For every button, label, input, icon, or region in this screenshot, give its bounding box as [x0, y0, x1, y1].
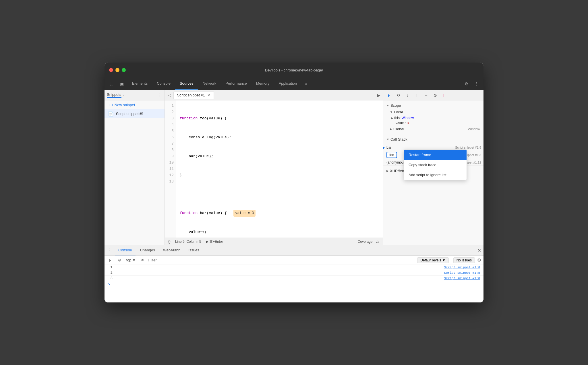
- console-row-1: 1 Script snippet #1:8: [105, 265, 483, 270]
- scope-triangle-icon: ▼: [386, 104, 389, 107]
- console-tab-issues[interactable]: Issues: [185, 245, 203, 255]
- cs-bar-location: Script snippet #1:9: [455, 146, 481, 149]
- call-stack-header[interactable]: ▼ Call Stack: [386, 136, 480, 143]
- more-tabs-icon[interactable]: »: [301, 79, 311, 88]
- console-loc-1[interactable]: Script snippet #1:8: [444, 266, 483, 269]
- settings-icon[interactable]: ⚙: [462, 79, 471, 88]
- this-expand-icon: ▶: [391, 117, 393, 120]
- context-menu-add-to-ignore-list[interactable]: Add script to ignore list: [404, 170, 467, 180]
- code-line-5: [180, 191, 379, 197]
- minimize-button[interactable]: [115, 68, 119, 72]
- step-into-btn[interactable]: ↓: [404, 91, 412, 99]
- new-snippet-button[interactable]: + + New snippet: [105, 100, 165, 109]
- new-snippet-label: + New snippet: [111, 103, 135, 107]
- eye-icon[interactable]: 👁: [139, 257, 146, 264]
- step-out-btn[interactable]: ↑: [413, 91, 421, 99]
- nav-tabs: Elements Console Sources Network Perform…: [127, 77, 461, 90]
- tab-memory[interactable]: Memory: [252, 77, 274, 90]
- coverage-status: Coverage: n/a: [358, 240, 379, 244]
- scope-label: Scope: [390, 103, 401, 108]
- snippet-item[interactable]: 📄 Script snippet #1: [105, 109, 165, 118]
- call-stack-foo[interactable]: foo Restart frame Copy stack trace Add s…: [383, 151, 483, 159]
- call-stack-section: ▼ Call Stack: [383, 134, 483, 144]
- local-label: Local: [394, 110, 403, 114]
- tab-application[interactable]: Application: [274, 77, 302, 90]
- console-tab-console[interactable]: Console: [115, 245, 136, 255]
- default-levels-button[interactable]: Default levels ▼: [417, 257, 448, 263]
- context-menu-restart-frame[interactable]: Restart frame: [404, 150, 467, 160]
- value-key: value: [396, 121, 404, 125]
- run-shortcut[interactable]: ▶ ⌘+Enter: [206, 240, 223, 244]
- call-stack-label: Call Stack: [390, 137, 407, 141]
- console-row-3: 3 Script snippet #1:8: [105, 276, 483, 281]
- top-nav: ⬚ ▣ Elements Console Sources Network Per…: [105, 77, 483, 90]
- nav-right-controls: ⚙ ⋮: [462, 79, 481, 88]
- tab-performance[interactable]: Performance: [221, 77, 251, 90]
- more-tabs-icon[interactable]: »: [123, 94, 124, 97]
- code-line-1: function foo(value) {: [180, 115, 379, 122]
- right-panel: ⏵ ↻ ↓ ↑ → ⊘ ⏸ ▼ Scope ▼ Local ▶: [383, 90, 483, 245]
- console-filter-input[interactable]: [148, 258, 415, 262]
- deactivate-breakpoints-btn[interactable]: ⊘: [431, 91, 439, 99]
- console-tab-changes[interactable]: Changes: [137, 245, 158, 255]
- console-num-1: 1: [105, 265, 116, 269]
- main-layout: Snippets » ⋮ + + New snippet 📄 Script sn…: [105, 90, 483, 245]
- console-tab-webauthn[interactable]: WebAuthn: [160, 245, 184, 255]
- code-line-2: console.log(value);: [180, 134, 379, 141]
- console-prompt[interactable]: >: [105, 281, 483, 288]
- tab-network[interactable]: Network: [198, 77, 221, 90]
- snippet-file-icon: 📄: [108, 111, 114, 117]
- console-options-icon[interactable]: ⋮: [107, 248, 111, 253]
- local-header[interactable]: ▼ Local: [386, 109, 480, 115]
- global-triangle-icon: ▶: [390, 127, 392, 131]
- cursor-icon[interactable]: ⬚: [107, 79, 116, 88]
- code-line-6: function bar(value) { value = 3: [180, 210, 379, 216]
- editor-nav-back-icon[interactable]: ◁: [167, 93, 172, 97]
- foo-frame-button[interactable]: foo: [386, 152, 397, 158]
- tab-elements[interactable]: Elements: [127, 77, 152, 90]
- global-header[interactable]: ▶ Global Window: [386, 126, 480, 132]
- this-key: this:: [394, 116, 401, 120]
- editor-tab-snippet[interactable]: Script snippet #1 ✕: [173, 91, 214, 99]
- more-options-icon[interactable]: ⋮: [472, 79, 481, 88]
- no-issues-button[interactable]: No Issues: [453, 257, 475, 263]
- scope-this-item[interactable]: ▶ this: Window: [386, 115, 480, 121]
- this-value: Window: [402, 116, 414, 120]
- maximize-button[interactable]: [122, 68, 126, 72]
- tab-console[interactable]: Console: [152, 77, 175, 90]
- editor-tab-close-icon[interactable]: ✕: [207, 93, 210, 97]
- run-snippet-icon[interactable]: ▶: [377, 93, 380, 98]
- block-icon[interactable]: ⊘: [116, 257, 123, 264]
- code-line-4: }: [180, 172, 379, 178]
- format-icon[interactable]: {}: [168, 240, 171, 244]
- console-loc-2[interactable]: Script snippet #1:8: [444, 271, 483, 275]
- tab-sources[interactable]: Sources: [175, 77, 198, 90]
- context-menu: Restart frame Copy stack trace Add scrip…: [404, 150, 467, 180]
- top-context-selector[interactable]: top ▼: [125, 258, 137, 262]
- console-close-icon[interactable]: ✕: [477, 248, 481, 253]
- sidebar-options-icon[interactable]: ⋮: [158, 92, 162, 98]
- local-triangle-icon: ▼: [390, 110, 393, 114]
- debugger-toolbar: ⏵ ↻ ↓ ↑ → ⊘ ⏸: [383, 90, 483, 100]
- pause-on-exceptions-btn[interactable]: ⏸: [440, 91, 448, 99]
- cs-bar-name: bar: [386, 145, 453, 150]
- scope-header[interactable]: ▼ Scope: [386, 102, 480, 109]
- console-settings-icon[interactable]: ⚙: [477, 257, 481, 263]
- cursor-position: Line 9, Column 5: [175, 240, 201, 244]
- device-icon[interactable]: ▣: [117, 79, 126, 88]
- bottom-panel: ⋮ Console Changes WebAuthn Issues ✕ ⏵ ⊘ …: [105, 245, 483, 302]
- step-over-btn[interactable]: ↻: [394, 91, 403, 99]
- console-row-2: 2 Script snippet #1:8: [105, 270, 483, 276]
- step-btn[interactable]: →: [422, 91, 430, 99]
- status-bar: {} Line 9, Column 5 ▶ ⌘+Enter Coverage: …: [165, 238, 383, 245]
- clear-console-icon[interactable]: ⏵: [107, 257, 114, 264]
- context-menu-copy-stack-trace[interactable]: Copy stack trace: [404, 160, 467, 170]
- console-loc-3[interactable]: Script snippet #1:8: [444, 277, 483, 280]
- value-val: 3: [407, 121, 409, 125]
- resume-btn[interactable]: ⏵: [385, 91, 393, 99]
- scope-value-item: value : 3: [386, 121, 480, 126]
- close-button[interactable]: [109, 68, 113, 72]
- global-label: Global: [393, 127, 404, 131]
- snippets-tab[interactable]: Snippets: [107, 92, 121, 98]
- code-editor[interactable]: 12345 678910 111213 function foo(value) …: [165, 100, 383, 238]
